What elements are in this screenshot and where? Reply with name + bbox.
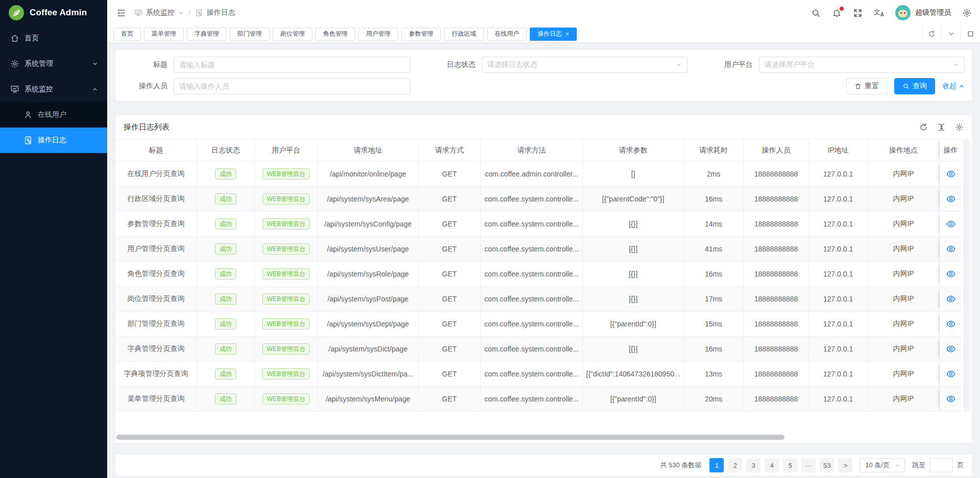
view-detail-eye-icon[interactable] <box>946 244 956 254</box>
search-button[interactable]: 查询 <box>894 78 935 94</box>
reset-button-label: 重置 <box>865 82 879 91</box>
vertical-scrollbar-track[interactable] <box>963 139 970 412</box>
cell-location: 内网IP <box>868 337 940 362</box>
tab-label: 首页 <box>121 30 133 38</box>
settings-gear-icon[interactable] <box>962 8 972 18</box>
jump-page-input[interactable] <box>929 458 953 472</box>
sidebar-item-online-users[interactable]: 在线用户 <box>0 102 107 128</box>
table-row: 字典项管理分页查询成功WEB管理后台/api/system/sysDictIte… <box>115 362 972 387</box>
sidebar-item-label: 操作日志 <box>38 136 98 145</box>
collapse-sidebar-icon[interactable] <box>116 8 126 18</box>
sidebar-item-home[interactable]: 首页 <box>0 26 107 51</box>
view-detail-eye-icon[interactable] <box>946 194 956 204</box>
cell-location: 内网IP <box>868 187 940 212</box>
page-number-button[interactable]: 5 <box>783 458 797 472</box>
cell-action <box>940 312 962 337</box>
user-menu[interactable]: 超级管理员 <box>895 5 951 20</box>
tab-bar-controls <box>922 26 980 43</box>
cell-method: GET <box>419 362 481 387</box>
cell-platform: WEB管理后台 <box>255 362 318 387</box>
pagination-more[interactable]: ··· <box>801 458 816 472</box>
page-number-button[interactable]: 3 <box>746 458 761 472</box>
cell-title: 字典项管理分页查询 <box>115 362 197 387</box>
horizontal-scrollbar-thumb[interactable] <box>116 435 785 440</box>
refresh-table-icon[interactable] <box>919 123 928 132</box>
cell-platform: WEB管理后台 <box>255 162 318 187</box>
view-detail-eye-icon[interactable] <box>946 369 956 379</box>
view-detail-eye-icon[interactable] <box>946 269 956 279</box>
view-detail-eye-icon[interactable] <box>946 169 956 179</box>
cell-title: 字典管理分页查询 <box>115 337 197 362</box>
column-header: 请求方法 <box>481 139 583 162</box>
table-header-row: 标题日志状态用户平台请求地址请求方式请求方法请求参数请求耗时操作人员IP地址操作… <box>115 139 972 162</box>
tab-item[interactable]: 用户管理 <box>358 28 398 41</box>
page-size-select[interactable]: 10 条/页 <box>860 458 905 472</box>
tab-item[interactable]: 参数管理 <box>401 28 441 41</box>
sidebar-item-label: 在线用户 <box>38 110 98 119</box>
tab-item[interactable]: 首页 <box>113 28 141 41</box>
page-number-button[interactable]: 4 <box>765 458 779 472</box>
maximize-content-icon[interactable] <box>961 26 980 43</box>
tab-item[interactable]: 部门管理 <box>230 28 270 41</box>
next-page-button[interactable]: > <box>838 458 852 472</box>
chevron-down-icon <box>953 62 959 68</box>
notification-bell-icon[interactable] <box>832 8 842 18</box>
tab-options-chevron-icon[interactable] <box>941 26 961 43</box>
search-icon[interactable] <box>811 8 821 18</box>
translate-icon[interactable]: 文A <box>874 9 884 17</box>
view-detail-eye-icon[interactable] <box>946 344 956 354</box>
top-header: 系统监控 / 操作日志 <box>107 0 980 26</box>
tab-item[interactable]: 角色管理 <box>315 28 355 41</box>
tab-label: 在线用户 <box>495 30 519 38</box>
row-density-icon[interactable] <box>937 123 946 132</box>
user-platform-select[interactable]: 请选择用户平台 <box>759 57 965 73</box>
collapse-filter-link[interactable]: 收起 <box>942 82 965 91</box>
view-detail-eye-icon[interactable] <box>946 394 956 404</box>
operator-input[interactable] <box>174 78 410 94</box>
tab-item[interactable]: 岗位管理 <box>273 28 312 41</box>
tab-item[interactable]: 在线用户 <box>487 28 527 41</box>
view-detail-eye-icon[interactable] <box>946 319 956 329</box>
trash-icon <box>854 83 862 90</box>
tab-item[interactable]: 操作日志× <box>530 28 577 41</box>
search-button-label: 查询 <box>913 82 927 91</box>
tab-item[interactable]: 菜单管理 <box>144 28 184 41</box>
tab-item[interactable]: 行政区域 <box>444 28 484 41</box>
column-header: 用户平台 <box>255 139 318 162</box>
title-input[interactable] <box>174 57 410 73</box>
cell-operator: 18888888888 <box>744 387 809 412</box>
table-row: 菜单管理分页查询成功WEB管理后台/api/system/sysMenu/pag… <box>115 387 972 412</box>
filter-panel: 标题 日志状态 请选择日志状态 用户平台 请选择用户平台 <box>115 50 972 101</box>
reset-button[interactable]: 重置 <box>846 78 887 94</box>
cell-platform: WEB管理后台 <box>255 312 318 337</box>
sidebar-item-operation-log[interactable]: 操作日志 <box>0 128 107 153</box>
page-number-button[interactable]: 53 <box>820 458 834 472</box>
cell-status: 成功 <box>197 312 255 337</box>
fullscreen-icon[interactable] <box>853 8 863 18</box>
tab-close-icon[interactable]: × <box>566 31 569 37</box>
column-settings-gear-icon[interactable] <box>955 123 964 132</box>
chevron-down-icon[interactable] <box>178 10 184 16</box>
log-document-icon <box>195 9 203 17</box>
view-detail-eye-icon[interactable] <box>946 219 956 229</box>
pagination-bar: 共 530 条数据 12345···53 > 10 条/页 跳至 页 <box>115 455 972 476</box>
page-number-button[interactable]: 2 <box>728 458 742 472</box>
refresh-tab-icon[interactable] <box>922 26 941 43</box>
cell-method: GET <box>419 162 481 187</box>
cell-action <box>940 362 962 387</box>
log-status-select[interactable]: 请选择日志状态 <box>482 57 688 73</box>
table-row: 用户管理分页查询成功WEB管理后台/api/system/sysUser/pag… <box>115 237 972 262</box>
chevron-down-icon <box>92 61 98 67</box>
tab-bar-tabs: 首页菜单管理字典管理部门管理岗位管理角色管理用户管理参数管理行政区域在线用户操作… <box>113 28 922 41</box>
column-header: 请求地址 <box>318 139 419 162</box>
cell-url: /api/system/sysDict/page <box>318 337 419 362</box>
cell-url: /api/monitor/online/page <box>318 162 419 187</box>
sidebar-item-system-management[interactable]: 系统管理 <box>0 51 107 77</box>
breadcrumb-parent[interactable]: 系统监控 <box>146 8 175 17</box>
view-detail-eye-icon[interactable] <box>946 294 956 304</box>
sidebar-item-label: 系统监控 <box>24 85 87 94</box>
sidebar-item-system-monitor[interactable]: 系统监控 <box>0 77 107 102</box>
tab-item[interactable]: 字典管理 <box>187 28 227 41</box>
cell-title: 部门管理分页查询 <box>115 312 197 337</box>
page-number-button[interactable]: 1 <box>709 458 724 472</box>
